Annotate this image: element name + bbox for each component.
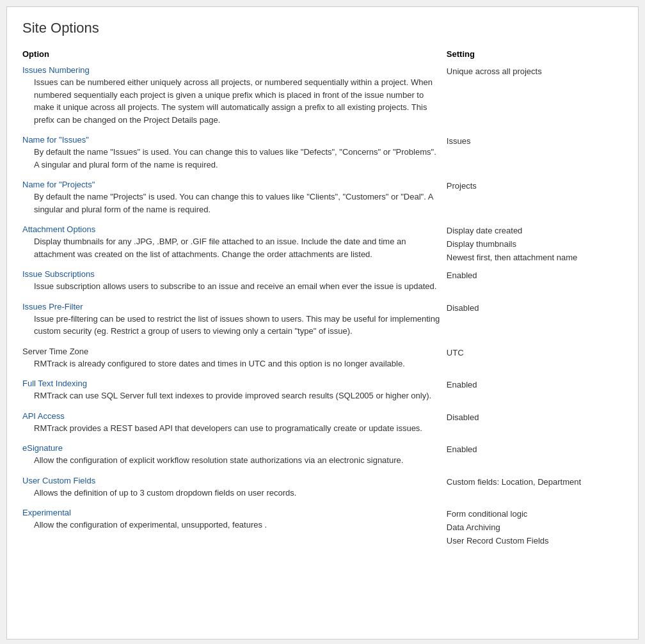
option-desc-experimental: Allow the configuration of experimental,… (22, 517, 442, 535)
table-row: Issues NumberingIssues can be numbered e… (22, 63, 623, 132)
page-title: Site Options (22, 20, 623, 36)
option-link-attachment-options[interactable]: Attachment Options (22, 224, 95, 234)
header-setting: Setting (447, 47, 623, 63)
option-link-full-text-indexing[interactable]: Full Text Indexing (22, 379, 87, 388)
option-desc-esignature: Allow the configuration of explicit work… (22, 453, 442, 471)
option-link-name-for-issues[interactable]: Name for "Issues" (22, 135, 89, 145)
option-link-experimental[interactable]: Experimental (22, 508, 71, 517)
option-link-user-custom-fields[interactable]: User Custom Fields (22, 476, 95, 485)
header-option: Option (22, 47, 447, 63)
table-row: ExperimentalAllow the configuration of e… (22, 505, 623, 550)
table-row: Name for "Projects"By default the name "… (22, 177, 623, 222)
option-desc-user-custom-fields: Allows the definition of up to 3 custom … (22, 485, 442, 503)
table-row: User Custom FieldsAllows the definition … (22, 473, 623, 506)
option-link-issues-numbering[interactable]: Issues Numbering (22, 65, 90, 75)
setting-value-issue-subscriptions: Enabled (447, 267, 623, 299)
setting-value-attachment-options: Display date createdDisplay thumbnailsNe… (447, 222, 623, 267)
option-link-esignature[interactable]: eSignature (22, 443, 63, 453)
table-row: Name for "Issues"By default the name "Is… (22, 132, 623, 177)
setting-value-esignature: Enabled (447, 441, 623, 473)
option-desc-api-access: RMTrack provides a REST based API that d… (22, 421, 442, 439)
setting-value-issues-numbering: Unique across all projects (447, 63, 623, 132)
options-table: Option Setting Issues NumberingIssues ca… (22, 47, 623, 551)
table-row: Issues Pre-FilterIssue pre-filtering can… (22, 299, 623, 344)
option-desc-name-for-projects: By default the name "Projects" is used. … (22, 189, 442, 219)
option-desc-issues-numbering: Issues can be numbered either uniquely a… (22, 75, 442, 130)
option-link-issue-subscriptions[interactable]: Issue Subscriptions (22, 269, 95, 279)
option-desc-issue-subscriptions: Issue subscription allows users to subsc… (22, 279, 442, 297)
option-desc-server-time-zone: RMTrack is already configured to store d… (22, 356, 442, 374)
setting-value-name-for-projects: Projects (447, 177, 623, 222)
option-link-issues-pre-filter[interactable]: Issues Pre-Filter (22, 302, 83, 311)
option-link-api-access[interactable]: API Access (22, 411, 65, 421)
setting-value-full-text-indexing: Enabled (447, 376, 623, 409)
setting-value-name-for-issues: Issues (447, 132, 623, 177)
option-label-server-time-zone: Server Time Zone (22, 347, 442, 356)
table-row: Issue SubscriptionsIssue subscription al… (22, 267, 623, 299)
option-desc-attachment-options: Display thumbnails for any .JPG, .BMP, o… (22, 234, 442, 264)
setting-value-issues-pre-filter: Disabled (447, 299, 623, 344)
setting-value-experimental: Form conditional logicData ArchivingUser… (447, 505, 623, 550)
setting-value-server-time-zone: UTC (447, 344, 623, 377)
table-row: Full Text IndexingRMTrack can use SQL Se… (22, 376, 623, 409)
page-container: Site Options Option Setting Issues Numbe… (6, 6, 639, 640)
option-desc-issues-pre-filter: Issue pre-filtering can be used to restr… (22, 311, 442, 342)
setting-value-user-custom-fields: Custom fields: Location, Department (447, 473, 623, 506)
table-row: eSignatureAllow the configuration of exp… (22, 441, 623, 473)
option-link-name-for-projects[interactable]: Name for "Projects" (22, 180, 95, 189)
table-row: API AccessRMTrack provides a REST based … (22, 409, 623, 441)
option-desc-full-text-indexing: RMTrack can use SQL Server full text ind… (22, 388, 442, 406)
setting-value-api-access: Disabled (447, 409, 623, 441)
table-row: Server Time ZoneRMTrack is already confi… (22, 344, 623, 377)
table-row: Attachment OptionsDisplay thumbnails for… (22, 222, 623, 267)
option-desc-name-for-issues: By default the name "Issues" is used. Yo… (22, 145, 442, 175)
